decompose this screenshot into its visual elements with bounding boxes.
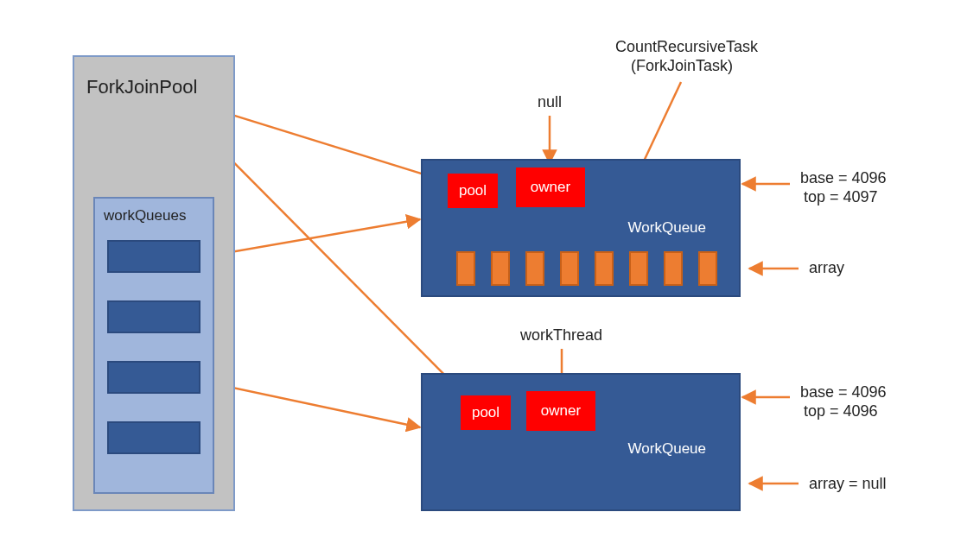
workqueue-top-owner: owner (516, 168, 585, 207)
workqueues-slot-0 (107, 240, 200, 273)
workqueue-top-top-text: top = 4097 (804, 188, 878, 206)
workqueue-top-array-cell (560, 251, 579, 286)
workqueues-slot-3 (107, 421, 200, 454)
workqueue-bottom-top-text: top = 4096 (804, 402, 878, 420)
workqueue-top-array-cell (525, 251, 544, 286)
workqueues-title: workQueues (104, 207, 186, 224)
workqueue-bottom-class-label: WorkQueue (628, 440, 706, 458)
workqueue-top-array-cell (491, 251, 510, 286)
workqueue-top-pool: pool (448, 174, 498, 208)
workthread-label: workThread (520, 326, 602, 345)
workqueue-top-array-cell (456, 251, 475, 286)
workqueue-bottom-owner: owner (526, 391, 595, 431)
workqueue-top-box: pool owner WorkQueue (421, 159, 741, 297)
workqueues-slot-1 (107, 300, 200, 333)
workqueue-bottom-pool: pool (461, 395, 511, 430)
workqueue-top-array-cell (664, 251, 683, 286)
workqueue-bottom-base-text: base = 4096 (800, 383, 887, 401)
null-label: null (538, 93, 562, 111)
workqueue-top-array-cell (595, 251, 614, 286)
workqueue-top-base-text: base = 4096 (800, 169, 887, 187)
workqueues-slot-2 (107, 361, 200, 394)
count-recursive-task-label-2: (ForkJoinTask) (631, 57, 733, 75)
workqueue-top-array-label: array (809, 259, 844, 277)
workqueue-top-array-cell (698, 251, 717, 286)
count-recursive-task-label-1: CountRecursiveTask (615, 38, 758, 56)
forkjoinpool-title: ForkJoinPool (86, 76, 197, 98)
workqueue-bottom-box: pool owner WorkQueue (421, 373, 741, 511)
workqueue-top-class-label: WorkQueue (628, 219, 706, 237)
workqueue-top-array-cell (629, 251, 648, 286)
workqueue-bottom-array-label: array = null (809, 475, 887, 493)
